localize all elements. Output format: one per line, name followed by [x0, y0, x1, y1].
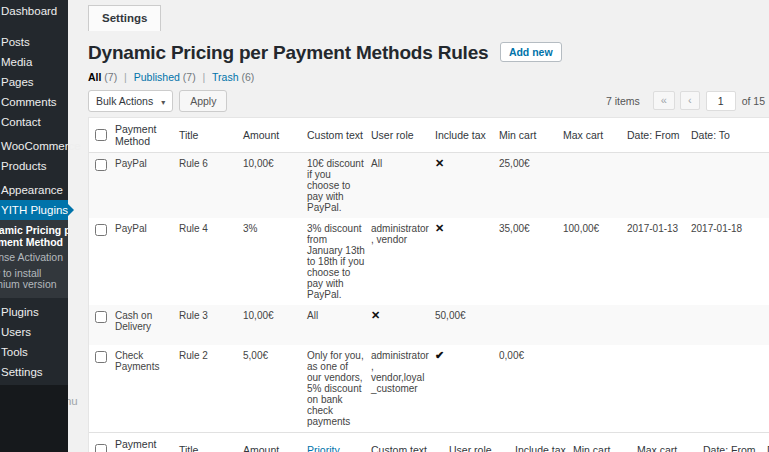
col-date-to: Date: To: [689, 118, 769, 153]
table-row: PayPal Rule 4 3% 3% discount from Januar…: [89, 218, 769, 305]
apply-button[interactable]: Apply: [179, 90, 227, 112]
footer-col-include-tax: Include tax: [513, 433, 571, 452]
filter-published-link[interactable]: Published: [134, 71, 180, 83]
submenu-item-dynamic-pricing[interactable]: Dynamic Pricing per Payment Method: [0, 223, 68, 250]
tab-settings[interactable]: Settings: [88, 5, 161, 31]
sidebar-item-yith-plugins[interactable]: YITH Plugins: [0, 200, 68, 220]
total-pages-label: of 15: [742, 95, 765, 107]
filter-all-count: (7): [104, 71, 117, 83]
cell-custom-text: 3% discount from January 13th to 18th if…: [305, 218, 369, 305]
cell-title: Rule 4: [177, 218, 241, 305]
footer-col-custom-text: Custom text: [369, 433, 447, 452]
status-filters: All (7) | Published (7) | Trash (6): [88, 71, 749, 83]
table-header-row: Payment Method Title Amount Custom text …: [89, 118, 769, 153]
cell-payment-method: PayPal: [113, 218, 177, 305]
items-count: 7 items: [606, 95, 640, 107]
sidebar-item-woocommerce[interactable]: WooCommerce: [0, 136, 68, 156]
submenu-item-premium-version[interactable]: How to install premium version: [0, 266, 68, 293]
cell-payment-method: Cash on Delivery: [113, 305, 177, 345]
cell-date-to: [689, 305, 769, 345]
sidebar-item-dashboard[interactable]: Dashboard: [0, 0, 68, 21]
row-checkbox[interactable]: [95, 311, 107, 323]
cell-amount: 10,00€: [241, 305, 305, 345]
footer-col-date-to: Date: To: [765, 433, 769, 452]
cell-user-role: All: [369, 153, 433, 219]
cell-payment-method: PayPal: [113, 153, 177, 219]
sidebar-item-products[interactable]: Products: [0, 156, 68, 176]
priority-sort-link[interactable]: Priority: [307, 444, 340, 452]
bulk-actions-select[interactable]: Bulk Actions ▾: [88, 90, 173, 112]
cell-user-role: administrator, vendor,loyal_customer: [369, 345, 433, 432]
table-row: Check Payments Rule 2 5,00€ Only for you…: [89, 345, 769, 432]
caret-down-icon: ▾: [161, 98, 165, 107]
row-checkbox[interactable]: [95, 224, 107, 236]
filter-trash-link[interactable]: Trash: [212, 71, 238, 83]
select-all-checkbox[interactable]: [95, 444, 107, 452]
sidebar-item-plugins[interactable]: Plugins: [0, 302, 68, 322]
cell-max-cart: 100,00€: [561, 218, 625, 305]
col-payment-method: Payment Method: [113, 118, 177, 153]
filter-all-link[interactable]: All: [88, 71, 101, 83]
cell-custom-text: All: [305, 305, 369, 345]
footer-col-payment-method: Payment Method: [113, 433, 177, 452]
col-min-cart: Min cart: [497, 118, 561, 153]
sidebar-item-pages[interactable]: Pages: [0, 72, 68, 92]
sidebar-item-settings[interactable]: Settings: [0, 362, 68, 382]
sidebar-item-tools[interactable]: Tools: [0, 342, 68, 362]
cell-payment-method: Check Payments: [113, 345, 177, 432]
cell-max-cart: [561, 153, 625, 219]
cell-date-from: [625, 153, 689, 219]
col-custom-text: Custom text: [305, 118, 369, 153]
cell-date-to: 2017-01-18: [689, 218, 769, 305]
select-all-checkbox[interactable]: [95, 129, 107, 141]
sidebar-item-media[interactable]: Media: [0, 52, 68, 72]
sidebar-item-appearance[interactable]: Appearance: [0, 180, 68, 200]
sidebar-item-posts[interactable]: Posts: [0, 32, 68, 52]
main-content: Settings SHOW SETTINGS Dynamic Pricing p…: [68, 0, 769, 452]
cell-custom-text: 10€ discount if you choose to pay with P…: [305, 153, 369, 219]
cell-title: Rule 6: [177, 153, 241, 219]
cell-date-from: 2017-01-13: [625, 218, 689, 305]
col-max-cart: Max cart: [561, 118, 625, 153]
sidebar-item-comments[interactable]: Comments: [0, 92, 68, 112]
cross-icon: ✕: [435, 157, 444, 169]
table-footer-row: Payment Method Title Amount Priority Cus…: [89, 433, 769, 452]
first-page-button[interactable]: «: [653, 91, 675, 110]
cell-date-to: [689, 345, 769, 432]
col-title: Title: [177, 118, 241, 153]
add-new-button[interactable]: Add new: [500, 42, 562, 62]
filter-separator: |: [203, 71, 206, 83]
check-icon: ✔: [435, 349, 444, 361]
table-row: PayPal Rule 6 10,00€ 10€ discount if you…: [89, 153, 769, 219]
cell-max-cart: [561, 345, 625, 432]
cell-title: Rule 3: [177, 305, 241, 345]
row-checkbox[interactable]: [95, 159, 107, 171]
footer-col-user-role: User role: [447, 433, 513, 452]
cross-icon: ✕: [435, 222, 444, 234]
filter-published-count: (7): [183, 71, 196, 83]
cell-min-cart: 35,00€: [497, 218, 561, 305]
col-date-from: Date: From: [625, 118, 689, 153]
filter-separator: |: [124, 71, 127, 83]
cell-amount: 10,00€: [241, 153, 305, 219]
cell-min-cart: 0,00€: [497, 345, 561, 432]
cell-min-cart: 25,00€: [497, 153, 561, 219]
cell-date-from: [625, 305, 689, 345]
prev-page-button[interactable]: ‹: [680, 91, 700, 110]
rules-table: Payment Method Title Amount Custom text …: [88, 117, 769, 452]
sidebar-bottom-area: [0, 385, 68, 452]
footer-col-date-from: Date: From: [701, 433, 765, 452]
footer-col-priority: Priority: [305, 433, 369, 452]
current-page-input[interactable]: [706, 91, 736, 111]
sidebar-item-contact[interactable]: Contact: [0, 112, 68, 132]
cell-include-tax: 50,00€: [433, 305, 497, 345]
sidebar-item-users[interactable]: Users: [0, 322, 68, 342]
cell-title: Rule 2: [177, 345, 241, 432]
footer-col-min-cart: Min cart: [571, 433, 635, 452]
cell-include-tax: ✔: [433, 345, 497, 432]
submenu-item-license-activation[interactable]: License Activation: [0, 250, 68, 266]
cell-include-tax: ✕: [433, 218, 497, 305]
page-title: Dynamic Pricing per Payment Methods Rule…: [88, 42, 488, 63]
table-row: Cash on Delivery Rule 3 10,00€ All ✕ 50,…: [89, 305, 769, 345]
row-checkbox[interactable]: [95, 351, 107, 363]
